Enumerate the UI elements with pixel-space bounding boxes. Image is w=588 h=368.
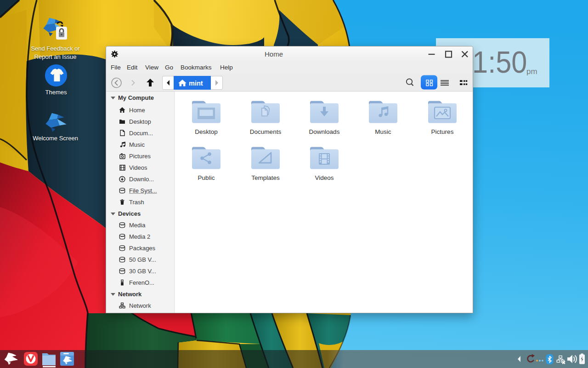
svg-text:mint: mint <box>189 80 203 87</box>
